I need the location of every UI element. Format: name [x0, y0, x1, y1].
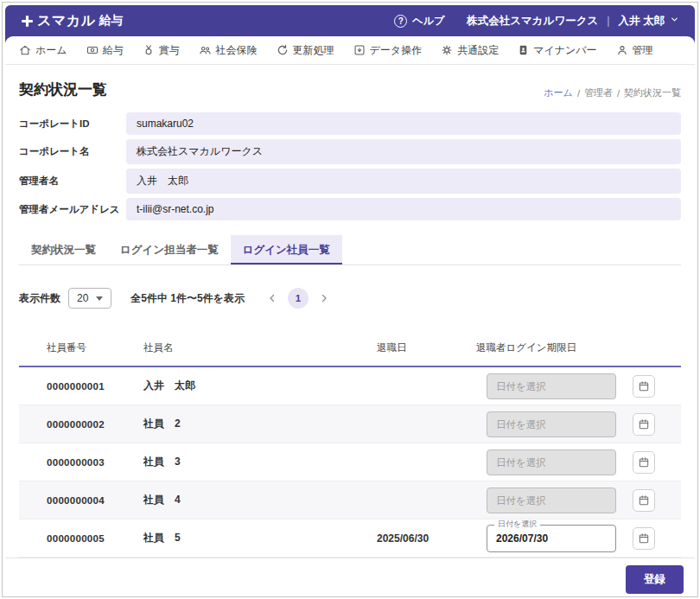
prev-page-button[interactable] — [267, 293, 277, 303]
chevron-down-icon — [670, 15, 679, 27]
footer-bar: 登録 — [5, 558, 695, 596]
main-card: ホーム 給与 賞与 社会保険 更新処理 データ操作 — [5, 36, 695, 596]
plus-icon — [21, 15, 34, 28]
employee-table: 社員番号 社員名 退職日 退職者ログイン期限日 0000000001 入井 太郎… — [19, 334, 681, 558]
admin-icon — [616, 44, 628, 56]
nav-item-data-operation[interactable]: データ操作 — [353, 43, 423, 58]
nav-item-settings[interactable]: 共通設定 — [441, 43, 499, 58]
calendar-button[interactable] — [633, 527, 655, 550]
table-row: 0000000005 社員 5 2025/06/30 日付を選択 — [19, 519, 681, 558]
login-limit-input — [487, 373, 616, 399]
employee-name: 社員 5 — [143, 531, 377, 545]
table-header: 社員番号 社員名 退職日 退職者ログイン期限日 — [19, 334, 681, 367]
employee-no: 0000000004 — [19, 495, 143, 506]
nav-item-my-number[interactable]: マイナンバー — [518, 43, 596, 58]
table-row: 0000000001 入井 太郎 — [19, 367, 681, 405]
col-retirement-date: 退職日 — [377, 341, 476, 354]
breadcrumb-admin: 管理者 — [584, 86, 613, 99]
tab-login-employees[interactable]: ログイン社員一覧 — [231, 235, 342, 264]
login-limit-input — [487, 487, 616, 513]
nav-item-social-insurance[interactable]: 社会保険 — [199, 43, 258, 58]
calendar-button[interactable] — [633, 489, 655, 512]
col-login-limit: 退職者ログイン期限日 — [476, 341, 681, 354]
nav-item-bonus[interactable]: 賞与 — [143, 43, 180, 58]
corporate-name-label: コーポレート名 — [19, 145, 126, 158]
corporate-id-label: コーポレートID — [19, 118, 126, 131]
nav-label: 共通設定 — [457, 43, 499, 58]
help-link[interactable]: ? ヘルプ — [394, 14, 444, 29]
my-number-icon — [518, 44, 529, 56]
nav-label: マイナンバー — [533, 43, 596, 58]
login-limit-floating-label: 日付を選択 — [494, 519, 540, 529]
product-name: 給与 — [99, 13, 124, 29]
admin-email-row: 管理者メールアドレス t-ilii@sr-net.co.jp — [19, 198, 681, 220]
login-limit-input[interactable] — [487, 526, 615, 551]
nav-label: データ操作 — [370, 43, 423, 58]
nav-item-admin[interactable]: 管理 — [616, 43, 653, 58]
account-area: 株式会社スマカルワークス | 入井 太郎 — [467, 14, 679, 29]
corporate-name-value: 株式会社スマカルワークス — [126, 139, 681, 164]
admin-email-value: t-ilii@sr-net.co.jp — [126, 198, 681, 220]
company-name: 株式会社スマカルワークス — [467, 14, 598, 29]
employee-no: 0000000001 — [19, 381, 143, 392]
nav-label: 給与 — [103, 43, 124, 58]
page-size-value: 20 — [77, 292, 88, 304]
nav-label: ホーム — [35, 43, 67, 58]
nav-item-update[interactable]: 更新処理 — [277, 43, 334, 58]
tab-login-staff[interactable]: ログイン担当者一覧 — [108, 235, 231, 264]
account-divider: | — [607, 15, 609, 27]
corporate-id-value: sumakaru02 — [126, 112, 681, 135]
caret-down-icon — [96, 296, 103, 301]
payroll-icon — [86, 44, 99, 56]
login-limit-field: 日付を選択 — [487, 525, 616, 552]
nav-label: 社会保険 — [216, 43, 258, 58]
next-page-button[interactable] — [319, 293, 329, 303]
calendar-button[interactable] — [633, 451, 655, 474]
admin-name-row: 管理者名 入井 太郎 — [19, 169, 681, 194]
page-number-button[interactable]: 1 — [288, 288, 309, 309]
table-row: 0000000004 社員 4 — [19, 481, 681, 519]
page-size-select[interactable]: 20 — [68, 288, 111, 309]
table-row: 0000000002 社員 2 — [19, 405, 681, 443]
brand-name: スマカル — [37, 12, 96, 30]
breadcrumb-separator: / — [577, 88, 580, 99]
user-menu[interactable]: 入井 太郎 — [619, 14, 679, 29]
bonus-icon — [143, 44, 155, 56]
nav-item-payroll[interactable]: 給与 — [86, 43, 124, 58]
breadcrumb-current: 契約状況一覧 — [624, 86, 681, 99]
breadcrumb: ホーム / 管理者 / 契約状況一覧 — [544, 86, 681, 99]
app-logo[interactable]: スマカル 給与 — [21, 12, 124, 30]
help-label: ヘルプ — [412, 14, 444, 29]
breadcrumb-separator: / — [617, 88, 620, 99]
submit-button[interactable]: 登録 — [626, 565, 684, 594]
admin-name-label: 管理者名 — [19, 175, 126, 188]
nav-label: 更新処理 — [293, 43, 334, 58]
table-row: 0000000003 社員 3 — [19, 443, 681, 481]
tab-bar: 契約状況一覧 ログイン担当者一覧 ログイン社員一覧 — [19, 235, 681, 265]
nav-label: 賞与 — [159, 43, 180, 58]
admin-email-label: 管理者メールアドレス — [19, 203, 126, 216]
employee-no: 0000000003 — [19, 457, 143, 468]
breadcrumb-home-link[interactable]: ホーム — [544, 86, 573, 99]
pagination: 1 — [267, 288, 329, 309]
employee-name: 社員 3 — [143, 455, 377, 469]
result-range-text: 全5件中 1件〜5件を表示 — [130, 291, 245, 306]
update-icon — [277, 44, 289, 56]
login-limit-input — [487, 449, 616, 475]
help-icon: ? — [394, 15, 407, 28]
app-window: スマカル 給与 ? ヘルプ 株式会社スマカルワークス | 入井 太郎 — [2, 2, 698, 597]
settings-icon — [441, 44, 453, 56]
employee-name: 社員 4 — [143, 493, 377, 507]
page-size-label: 表示件数 — [19, 291, 60, 306]
col-employee-name: 社員名 — [143, 341, 377, 354]
social-insurance-icon — [199, 44, 212, 56]
employee-name: 入井 太郎 — [143, 379, 377, 393]
calendar-button[interactable] — [633, 375, 655, 398]
nav-item-home[interactable]: ホーム — [19, 43, 67, 58]
retirement-date: 2025/06/30 — [377, 532, 476, 545]
calendar-button[interactable] — [633, 413, 655, 436]
tab-contract-status[interactable]: 契約状況一覧 — [19, 235, 108, 264]
data-operation-icon — [353, 44, 366, 56]
main-nav: ホーム 給与 賞与 社会保険 更新処理 データ操作 — [5, 36, 695, 65]
employee-no: 0000000005 — [19, 533, 143, 544]
